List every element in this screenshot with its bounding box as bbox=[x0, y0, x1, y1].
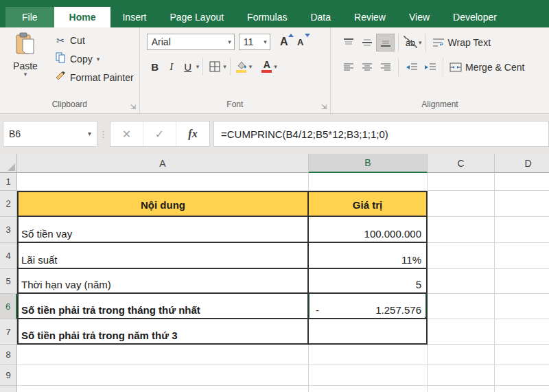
font-size-select[interactable]: 11 ▾ bbox=[239, 34, 270, 50]
cell-B6-selected[interactable]: - 1.257.576 bbox=[309, 294, 428, 319]
cell-D9[interactable] bbox=[495, 365, 549, 386]
column-header-c[interactable]: C bbox=[428, 154, 495, 173]
cell-C8[interactable] bbox=[428, 345, 495, 365]
tab-insert[interactable]: Insert bbox=[110, 7, 158, 27]
row-header-1[interactable]: 1 bbox=[0, 173, 17, 191]
column-header-b[interactable]: B bbox=[309, 154, 428, 173]
cell-A9[interactable] bbox=[17, 365, 309, 386]
top-align-button[interactable] bbox=[339, 34, 358, 51]
cell-D7[interactable] bbox=[495, 319, 549, 345]
fill-handle[interactable] bbox=[424, 316, 428, 319]
align-right-button[interactable] bbox=[376, 58, 395, 76]
decrease-font-size-button[interactable]: A bbox=[292, 33, 309, 51]
font-dialog-launcher-icon[interactable]: ⇲ bbox=[320, 103, 328, 111]
font-name-select[interactable]: Arial ▾ bbox=[147, 34, 235, 50]
cell-B1[interactable] bbox=[309, 173, 428, 191]
row-header-7[interactable]: 7 bbox=[0, 319, 17, 345]
tab-home[interactable]: Home bbox=[54, 7, 111, 27]
cell-A3[interactable]: Số tiền vay bbox=[17, 217, 309, 243]
cell-C1[interactable] bbox=[428, 173, 495, 191]
increase-indent-button[interactable] bbox=[421, 58, 439, 76]
underline-caret-icon[interactable]: ▾ bbox=[196, 64, 200, 69]
cell-A1[interactable] bbox=[17, 173, 309, 191]
row-header-3[interactable]: 3 bbox=[0, 217, 17, 243]
clipboard-dialog-launcher-icon[interactable]: ⇲ bbox=[129, 103, 137, 111]
cell-C4[interactable] bbox=[428, 243, 495, 269]
name-box[interactable]: B6 ▾ bbox=[3, 121, 97, 147]
formula-input[interactable] bbox=[214, 128, 548, 140]
cell-D4[interactable] bbox=[495, 243, 549, 269]
font-color-button[interactable]: A bbox=[259, 59, 274, 74]
cell-D8[interactable] bbox=[495, 345, 549, 365]
increase-font-size-button[interactable]: A bbox=[276, 33, 292, 51]
cell-B5[interactable]: 5 bbox=[309, 269, 428, 294]
cell-C6[interactable] bbox=[428, 294, 495, 319]
font-color-caret-icon[interactable]: ▾ bbox=[274, 64, 277, 69]
cell-A10[interactable] bbox=[17, 386, 309, 392]
select-all-button[interactable] bbox=[0, 154, 17, 173]
row-header-9[interactable]: 9 bbox=[0, 365, 17, 386]
italic-button[interactable]: I bbox=[163, 58, 180, 76]
middle-align-button[interactable] bbox=[358, 34, 376, 51]
tab-data[interactable]: Data bbox=[299, 7, 342, 27]
tab-file[interactable]: File bbox=[5, 7, 54, 27]
cell-A2-table-header[interactable]: Nội dung bbox=[17, 191, 309, 217]
cell-D5[interactable] bbox=[495, 269, 549, 294]
row-header-2[interactable]: 2 bbox=[0, 191, 17, 217]
tab-page-layout[interactable]: Page Layout bbox=[158, 7, 235, 27]
cell-A4[interactable]: Lãi suất bbox=[17, 243, 309, 269]
underline-button[interactable]: U bbox=[180, 58, 196, 76]
cell-D3[interactable] bbox=[495, 217, 549, 243]
cell-B9[interactable] bbox=[309, 365, 428, 386]
tab-developer[interactable]: Developer bbox=[441, 7, 509, 27]
paste-button[interactable]: Paste ▾ bbox=[7, 32, 44, 100]
tab-review[interactable]: Review bbox=[342, 7, 397, 27]
cell-C7[interactable] bbox=[428, 319, 495, 345]
cell-B3[interactable]: 100.000.000 bbox=[309, 217, 428, 243]
row-header-6[interactable]: 6 bbox=[0, 294, 17, 319]
wrap-text-button[interactable]: Wrap Text bbox=[430, 34, 494, 51]
row-header-4[interactable]: 4 bbox=[0, 243, 17, 269]
cell-D10[interactable] bbox=[495, 386, 549, 392]
fill-color-caret-icon[interactable]: ▾ bbox=[249, 64, 253, 69]
cut-button[interactable]: ✂ Cut bbox=[51, 31, 137, 49]
fill-color-button[interactable] bbox=[234, 60, 249, 74]
cell-C10[interactable] bbox=[428, 386, 495, 392]
format-painter-button[interactable]: Format Painter bbox=[51, 68, 137, 87]
row-header-5[interactable]: 5 bbox=[0, 269, 17, 294]
bottom-align-button[interactable] bbox=[376, 34, 395, 51]
align-center-button[interactable] bbox=[358, 58, 376, 76]
borders-caret-icon[interactable]: ▾ bbox=[223, 64, 226, 69]
orientation-caret-icon[interactable]: ▾ bbox=[419, 40, 422, 45]
merge-center-button[interactable]: Merge & Cent bbox=[447, 58, 527, 76]
cell-A7[interactable]: Số tiền phải trả trong năm thứ 3 bbox=[17, 319, 309, 345]
cell-D2[interactable] bbox=[495, 191, 549, 217]
tab-formulas[interactable]: Formulas bbox=[235, 7, 299, 27]
copy-button[interactable]: Copy ▾ bbox=[51, 49, 137, 68]
enter-button[interactable]: ✓ bbox=[143, 122, 176, 146]
column-header-d[interactable]: D bbox=[495, 154, 549, 173]
orientation-button[interactable]: ab bbox=[402, 34, 419, 51]
decrease-indent-button[interactable] bbox=[402, 58, 421, 76]
cell-C5[interactable] bbox=[428, 269, 495, 294]
cell-B4[interactable]: 11% bbox=[309, 243, 428, 269]
cell-B2-table-header[interactable]: Giá trị bbox=[309, 191, 428, 217]
row-header-10[interactable]: 10 bbox=[0, 386, 17, 392]
align-left-button[interactable] bbox=[339, 58, 358, 76]
cell-C9[interactable] bbox=[428, 365, 495, 386]
cell-D6[interactable] bbox=[495, 294, 549, 319]
column-header-a[interactable]: A bbox=[17, 154, 309, 173]
cell-A6[interactable]: Số tiền phải trả trong tháng thứ nhất bbox=[17, 294, 309, 319]
cell-C2[interactable] bbox=[428, 191, 495, 217]
cell-B8[interactable] bbox=[309, 345, 428, 365]
insert-function-button[interactable]: fx bbox=[176, 122, 209, 146]
bold-button[interactable]: B bbox=[147, 58, 163, 76]
borders-button[interactable] bbox=[207, 58, 223, 76]
row-header-8[interactable]: 8 bbox=[0, 345, 17, 365]
cell-B10[interactable] bbox=[309, 386, 428, 392]
cell-A8[interactable] bbox=[17, 345, 309, 365]
cell-A5[interactable]: Thời hạn vay (năm) bbox=[17, 269, 309, 294]
cell-C3[interactable] bbox=[428, 217, 495, 243]
cell-D1[interactable] bbox=[495, 173, 549, 191]
tab-view[interactable]: View bbox=[397, 7, 441, 27]
